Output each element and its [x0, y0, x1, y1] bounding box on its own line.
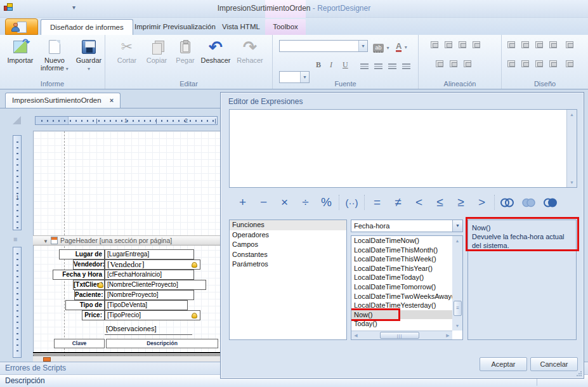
tab-toolbox[interactable]: Toolbox — [265, 19, 306, 35]
nuevo-informe-button[interactable]: Nuevo informe ▾ — [38, 37, 71, 73]
equal-horizontal-spacing-icon[interactable] — [565, 40, 574, 49]
function-item[interactable]: LocalDateTimeThisYear() — [351, 264, 452, 273]
field-value[interactable]: [NombreClienteProyecto] — [105, 280, 206, 290]
highlight-color-button[interactable]: ab ▾ — [373, 41, 389, 53]
cortar-button[interactable]: ✂ Cortar — [110, 37, 143, 64]
align-middles-icon[interactable] — [449, 59, 458, 68]
fit-to-grid-icon[interactable] — [507, 40, 516, 49]
tab-disenador-de-informes[interactable]: Diseñador de informes — [41, 19, 133, 35]
field-value[interactable]: [TipoDeVenta] — [105, 300, 188, 310]
field-label[interactable]: Vendedor: — [73, 259, 105, 270]
band-splitter-grip[interactable]: ≡ — [13, 235, 17, 243]
ruler-corner-icon[interactable] — [13, 116, 21, 124]
expression-input[interactable]: ▲ ▼ — [229, 109, 577, 188]
underline-button[interactable]: U — [343, 60, 348, 70]
function-item[interactable]: LocalDateTimeTomorrow() — [351, 282, 452, 292]
column-header-descripcion[interactable]: Descripción — [106, 339, 218, 348]
scroll-up-icon[interactable]: ▲ — [567, 110, 577, 119]
venn-intersect-icon[interactable] — [500, 198, 514, 207]
scroll-down-icon[interactable]: ▼ — [567, 178, 577, 187]
center-horizontally-icon[interactable] — [565, 59, 574, 68]
rehacer-button[interactable]: ↷ Rehacer — [233, 37, 266, 64]
importar-button[interactable]: ↷ Importar — [4, 37, 37, 64]
category-item-constantes[interactable]: Constantes — [230, 250, 346, 260]
collapse-icon[interactable]: ▼ — [43, 239, 48, 244]
modulo-operator-button[interactable]: % — [316, 195, 337, 209]
field-value[interactable]: [Vendedor] — [105, 259, 200, 270]
increase-vertical-spacing-icon[interactable] — [521, 59, 530, 68]
scroll-up-icon[interactable]: ▲ — [452, 236, 462, 246]
function-item[interactable]: LocalDateTimeTwoWeeksAway() — [351, 292, 452, 301]
scrollbar-thumb[interactable]: ||| — [380, 332, 419, 339]
field-value[interactable]: [LugarEntrega] — [105, 249, 194, 259]
chevron-down-icon[interactable]: ▼ — [358, 41, 367, 51]
same-size-icon[interactable] — [549, 40, 558, 49]
equals-operator-button[interactable]: = — [367, 195, 388, 209]
function-item[interactable]: LocalDateTimeYesterday() — [351, 301, 452, 310]
field-value[interactable]: [TipoPrecio] — [105, 310, 200, 320]
greater-than-operator-button[interactable]: > — [471, 195, 492, 209]
venn-union-icon[interactable] — [522, 198, 536, 207]
column-header-clave[interactable]: Clave — [54, 339, 105, 348]
bold-button[interactable]: B — [316, 60, 321, 70]
snap-to-grid-icon[interactable] — [430, 40, 439, 49]
align-centers-icon[interactable] — [458, 40, 467, 49]
function-item[interactable]: LocalDateTimeNow() — [351, 236, 452, 246]
field-value[interactable]: [NombreProyecto] — [105, 290, 194, 300]
field-label[interactable]: Lugar de Entrega: — [59, 249, 105, 259]
document-tab[interactable]: ImpresionSurtimientoOrden × — [5, 93, 121, 108]
field-label[interactable]: Tipo de Venta: — [65, 300, 105, 310]
guardar-button[interactable]: Guardar▾ — [72, 37, 105, 73]
align-justify-button[interactable] — [400, 62, 413, 73]
function-item[interactable]: LocalDateTimeThisMonth() — [351, 246, 452, 255]
align-bottoms-icon[interactable] — [463, 59, 472, 68]
same-height-icon[interactable] — [535, 40, 544, 49]
close-icon[interactable]: × — [110, 96, 114, 104]
aceptar-button[interactable]: Aceptar — [480, 357, 527, 371]
tab-vista-html[interactable]: Vista HTML — [213, 19, 269, 35]
align-right-button[interactable] — [386, 62, 399, 73]
category-item-parametros[interactable]: Parámetros — [230, 259, 346, 270]
function-item-now-selected[interactable]: Now() — [351, 310, 452, 320]
venn-except-icon[interactable] — [544, 198, 558, 207]
function-item[interactable]: LocalDateTimeThisWeek() — [351, 254, 452, 264]
decrease-vertical-spacing-icon[interactable] — [535, 59, 544, 68]
not-equals-operator-button[interactable]: ≠ — [388, 195, 408, 209]
parentheses-button[interactable]: (··) — [341, 197, 362, 208]
minus-operator-button[interactable]: − — [253, 195, 274, 209]
scroll-down-icon[interactable]: ▼ — [452, 321, 462, 331]
less-than-operator-button[interactable]: < — [408, 195, 429, 209]
textarea-scrollbar[interactable]: ▲ ▼ — [566, 110, 577, 187]
scroll-left-icon[interactable]: ◀ — [351, 331, 360, 339]
plus-operator-button[interactable]: + — [232, 195, 253, 209]
function-item[interactable]: LocalDateTimeToday() — [351, 273, 452, 282]
less-equal-operator-button[interactable]: ≤ — [429, 195, 450, 209]
field-value[interactable]: [cfFechaHoraInicio] — [105, 270, 194, 280]
observaciones-field[interactable]: [Observaciones] — [105, 323, 192, 335]
align-rights-icon[interactable] — [472, 40, 481, 49]
function-type-dropdown[interactable]: Fecha-hora ▼ — [351, 220, 463, 232]
divide-operator-button[interactable]: ÷ — [295, 195, 316, 209]
function-item[interactable]: Today() — [351, 319, 452, 329]
align-lefts-icon[interactable] — [444, 40, 453, 49]
font-name-combo[interactable]: ▼ — [279, 40, 368, 52]
application-button[interactable] — [5, 18, 38, 35]
greater-equal-operator-button[interactable]: ≥ — [450, 195, 471, 209]
category-item-funciones[interactable]: Funciones — [230, 220, 346, 230]
function-list-horizontal-scrollbar[interactable]: ◀ ▶ ||| — [351, 331, 452, 339]
equal-vertical-spacing-icon[interactable] — [507, 59, 516, 68]
scrollbar-thumb[interactable]: ≡ — [454, 301, 462, 316]
cancelar-button[interactable]: Cancelar — [530, 357, 578, 371]
align-left-button[interactable] — [358, 62, 371, 73]
align-tops-icon[interactable] — [435, 59, 444, 68]
deshacer-button[interactable]: ↶ Deshacer — [199, 37, 232, 64]
category-item-operadores[interactable]: Operadores — [230, 230, 346, 240]
field-label[interactable]: Price: — [82, 310, 105, 320]
remove-vertical-spacing-icon[interactable] — [549, 59, 558, 68]
field-label[interactable]: Paciente: — [74, 290, 105, 300]
field-label[interactable]: [TxtClient — [73, 280, 105, 290]
field-label[interactable]: Fecha y Hora de Cx: — [53, 270, 105, 280]
function-list-vertical-scrollbar[interactable]: ▲ ▼ ≡ — [452, 236, 462, 331]
align-center-button[interactable] — [372, 62, 385, 73]
page-header-band-bar[interactable]: ▼PageHeader [una sección por página] — [33, 235, 220, 246]
